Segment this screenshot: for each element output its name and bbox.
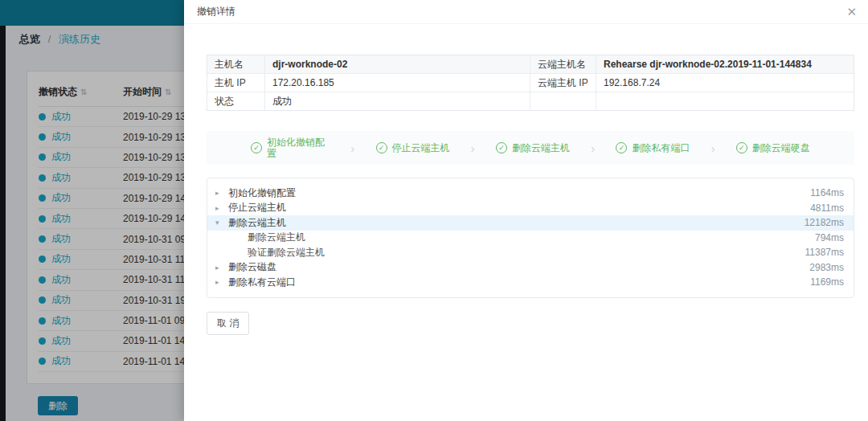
tree-subitem[interactable]: 验证删除云端主机 11387ms	[207, 245, 854, 260]
chevron-right-icon: ›	[711, 141, 715, 155]
tree-item-duration: 794ms	[815, 232, 844, 243]
tree-item-duration: 4811ms	[810, 202, 844, 214]
tree-item-label: 删除云端主机	[248, 231, 305, 244]
tree-item[interactable]: ▸ 初始化撤销配置 1164ms	[207, 186, 854, 201]
tree-item-label: 验证删除云端主机	[248, 246, 325, 260]
chevron-right-icon: ›	[471, 141, 475, 155]
cloud-host-name-value: Rehearse djr-worknode-02.2019-11-01-1448…	[596, 55, 854, 74]
chevron-right-icon: ›	[350, 141, 354, 155]
cloud-host-ip-value: 192.168.7.24	[596, 74, 854, 92]
tree-item-duration: 1164ms	[810, 187, 844, 198]
status-label: 状态	[207, 92, 265, 110]
cloud-host-ip-label: 云端主机 IP	[530, 74, 596, 92]
tree-item-label: 删除云磁盘	[228, 260, 276, 274]
check-circle-icon: ✓	[496, 142, 507, 153]
revoke-detail-drawer: 撤销详情 ✕ 主机名 djr-worknode-02 云端主机名 Rehears…	[184, 0, 868, 421]
tree-item-duration: 1169ms	[810, 276, 844, 288]
host-ip-value: 172.20.16.185	[265, 74, 530, 92]
tree-item-duration: 2983ms	[809, 262, 844, 273]
host-info-table: 主机名 djr-worknode-02 云端主机名 Rehearse djr-w…	[207, 55, 854, 111]
step-delete-cloud-disk: ✓ 删除云端硬盘	[736, 142, 810, 153]
tree-item-duration: 12182ms	[805, 217, 844, 228]
check-circle-icon: ✓	[251, 142, 262, 153]
step-init-revoke-config: ✓ 初始化撤销配置	[251, 137, 330, 159]
step-delete-private-port: ✓ 删除私有端口	[616, 142, 690, 153]
task-tree: ▸ 初始化撤销配置 1164ms ▸ 停止云端主机 4811ms ▾ 删除云端主…	[207, 178, 854, 298]
host-name-label: 主机名	[207, 55, 265, 74]
close-icon[interactable]: ✕	[846, 3, 857, 21]
check-circle-icon: ✓	[616, 142, 627, 153]
drawer-header: 撤销详情 ✕	[184, 0, 868, 24]
check-circle-icon: ✓	[736, 142, 747, 153]
tree-item-label: 删除私有云端口	[228, 276, 296, 289]
chevron-right-icon: ›	[591, 141, 595, 155]
status-value: 成功	[265, 92, 530, 110]
tree-item-label: 初始化撤销配置	[228, 186, 296, 200]
cloud-host-name-label: 云端主机名	[530, 55, 596, 74]
tree-item-label: 删除云端主机	[228, 216, 286, 230]
caret-collapsed-icon[interactable]: ▸	[215, 264, 228, 272]
tree-item[interactable]: ▸ 删除私有云端口 1169ms	[207, 275, 854, 290]
tree-item-expanded[interactable]: ▾ 删除云端主机 12182ms	[207, 215, 854, 231]
caret-collapsed-icon[interactable]: ▸	[215, 189, 228, 197]
cancel-button[interactable]: 取 消	[207, 312, 249, 335]
screen: 总览 / 演练历史 撤销状态 ⇅ 开始时间 ⇅ 成功 2019-10-29 13…	[0, 0, 868, 421]
tree-item-label: 停止云端主机	[228, 201, 286, 215]
tree-item[interactable]: ▸ 停止云端主机 4811ms	[207, 201, 854, 216]
steps-bar: ✓ 初始化撤销配置 › ✓ 停止云端主机 › ✓ 删除云端主机 › ✓ 删除私有…	[207, 131, 854, 165]
tree-item-duration: 11387ms	[805, 247, 844, 258]
tree-subitem[interactable]: 删除云端主机 794ms	[207, 231, 854, 246]
empty-cell	[596, 92, 854, 110]
check-circle-icon: ✓	[376, 142, 387, 153]
tree-item[interactable]: ▸ 删除云磁盘 2983ms	[207, 260, 854, 276]
empty-cell	[530, 92, 596, 110]
host-ip-label: 主机 IP	[207, 74, 265, 92]
caret-expanded-icon[interactable]: ▾	[215, 219, 228, 227]
caret-collapsed-icon[interactable]: ▸	[215, 204, 228, 212]
host-name-value: djr-worknode-02	[265, 55, 530, 74]
drawer-title: 撤销详情	[197, 5, 235, 18]
caret-collapsed-icon[interactable]: ▸	[215, 278, 228, 286]
step-delete-cloud-host: ✓ 删除云端主机	[496, 142, 570, 153]
step-stop-cloud-host: ✓ 停止云端主机	[376, 142, 450, 153]
